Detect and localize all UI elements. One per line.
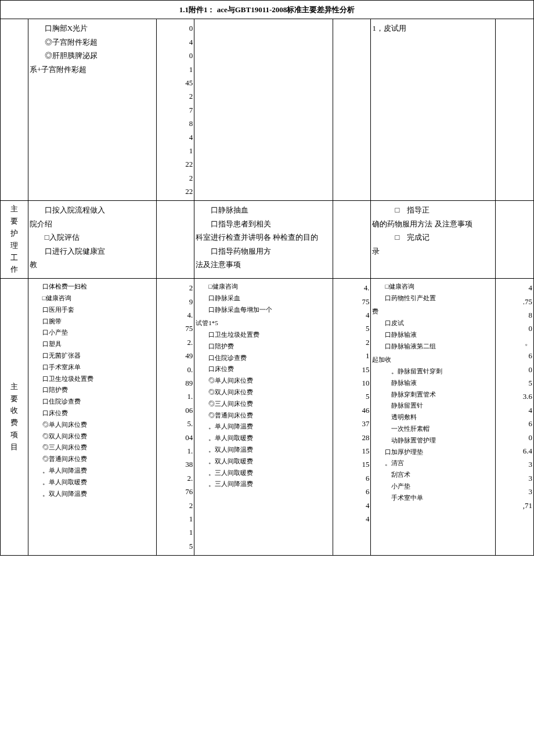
row1-label <box>1 19 28 201</box>
row3-col6: □健康咨询 口药物性引产处置 费 口皮试 口静脉输液 口静脉输液第二组 起加收 … <box>371 279 496 556</box>
row1-col5 <box>333 19 371 201</box>
row2-col6: □ 指导正 确的药物服用方法 及注意事项 □ 完成记 录 <box>371 201 496 279</box>
row1-col2: 口胸部X光片 ◎子宫附件彩超 ◎肝胆胰脾泌尿 系+子宫附件彩超 <box>28 19 156 201</box>
document-table: 1.1附件1： ace与GBT19011-2008标准主要差异性分析 口胸部X光… <box>0 0 534 556</box>
row3-col4: □健康咨询 口静脉采血 口静脉采血每增加一个 试管1*5 口卫生垃圾处置费 口陪… <box>194 279 333 556</box>
table-row: 主要收费项目 口体检费一妇检 □健康咨询 口医用手套 口腕带 口小产垫 口塑具 … <box>1 279 534 556</box>
row2-col3 <box>156 201 194 279</box>
row3-col7: 4 .75 8 0 。 6 0 5 3.6 4 6 0 6.4 3 3 3 ,7… <box>496 279 534 556</box>
row2-label: 主要护理工作 <box>1 201 28 279</box>
row3-col3: 2 9 4. 75 2. 49 0. 89 1. 06 5. 04 1. 38 … <box>156 279 194 556</box>
row3-label: 主要收费项目 <box>1 279 28 556</box>
row1-col7 <box>496 19 534 201</box>
row2-col5 <box>333 201 371 279</box>
row3-col5: 4. 75 4 5 2 1 15 10 5 46 37 28 15 15 6 6… <box>333 279 371 556</box>
row2-col7 <box>496 201 534 279</box>
row1-col3: 0 4 0 1 45 2 7 8 4 1 22 2 22 <box>156 19 194 201</box>
table-row: 口胸部X光片 ◎子宫附件彩超 ◎肝胆胰脾泌尿 系+子宫附件彩超 0 4 0 1 … <box>1 19 534 201</box>
row2-col4: 口静脉抽血 口指导患者到相关 科室进行检查并讲明各 种检查的目的 口指导药物服用… <box>194 201 333 279</box>
row1-col6: 1，皮试用 <box>371 19 496 201</box>
header-row: 1.1附件1： ace与GBT19011-2008标准主要差异性分析 <box>1 1 534 19</box>
page-title: 1.1附件1： ace与GBT19011-2008标准主要差异性分析 <box>1 1 534 19</box>
table-row: 主要护理工作 口按入院流程做入 院介绍 □入院评估 口进行入院健康宣 教 口静脉… <box>1 201 534 279</box>
row2-col2: 口按入院流程做入 院介绍 □入院评估 口进行入院健康宣 教 <box>28 201 156 279</box>
row1-col4 <box>194 19 333 201</box>
row3-col2: 口体检费一妇检 □健康咨询 口医用手套 口腕带 口小产垫 口塑具 口无菌扩张器 … <box>28 279 156 556</box>
